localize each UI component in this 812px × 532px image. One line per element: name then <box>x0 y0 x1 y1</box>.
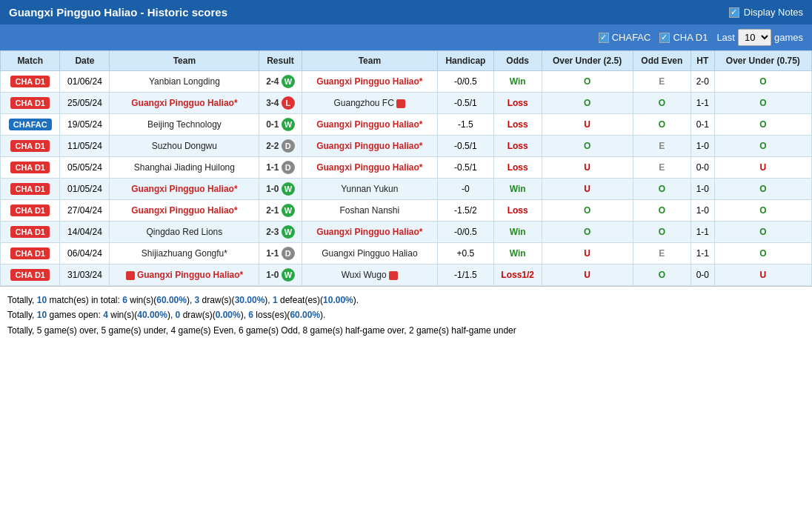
table-row: CHA D1 27/04/24 Guangxi Pingguo Haliao* … <box>1 200 812 222</box>
games-label: games <box>774 32 803 43</box>
chad1-checkbox <box>659 33 670 43</box>
cell-score: 2-3 W <box>259 222 302 243</box>
col-ou25: Over Under (2.5) <box>542 51 633 71</box>
cell-team2: Guangxi Pingguo Haliao <box>302 243 437 265</box>
col-date: Date <box>60 51 110 71</box>
cell-ou075: O <box>714 136 811 157</box>
cell-badge: CHA D1 <box>1 243 60 265</box>
wl-indicator: W <box>282 75 295 88</box>
cell-ou25: U <box>542 157 633 179</box>
cell-ou075: O <box>714 114 811 136</box>
cell-team2: Guangxi Pingguo Haliao* <box>302 71 437 93</box>
cell-score: 2-1 W <box>259 200 302 222</box>
cell-ht: 1-0 <box>690 179 714 200</box>
match-badge: CHA D1 <box>10 76 50 87</box>
cell-ou075: O <box>714 243 811 265</box>
col-oe: Odd Even <box>633 51 690 71</box>
cell-score: 1-0 W <box>259 265 302 286</box>
cell-odds: Loss <box>493 200 542 222</box>
chad1-filter[interactable]: CHA D1 <box>659 32 708 43</box>
cell-ou25: O <box>542 200 633 222</box>
table-row: CHA D1 14/04/24 Qingdao Red Lions 2-3 W … <box>1 222 812 243</box>
cell-date: 19/05/24 <box>60 114 110 136</box>
cell-ou075: O <box>714 93 811 114</box>
cell-ou25: U <box>542 114 633 136</box>
cell-team2: Foshan Nanshi <box>302 200 437 222</box>
match-badge: CHA D1 <box>10 97 50 109</box>
cell-badge: CHA D1 <box>1 222 60 243</box>
cell-team1: Guangxi Pingguo Haliao* <box>110 200 259 222</box>
cell-date: 06/04/24 <box>60 243 110 265</box>
cell-handicap: -1.5/2 <box>438 200 494 222</box>
cell-handicap: +0.5 <box>438 243 494 265</box>
scores-table: Match Date Team Result Team Handicap Odd… <box>0 50 812 286</box>
cell-oe: O <box>633 265 690 286</box>
wl-indicator: D <box>282 247 295 260</box>
table-row: CHA D1 11/05/24 Suzhou Dongwu 2-2 D Guan… <box>1 136 812 157</box>
match-badge: CHA D1 <box>10 226 50 238</box>
cell-ou25: U <box>542 265 633 286</box>
cell-odds: Win <box>493 222 542 243</box>
last-games-select[interactable]: 10 5 15 20 <box>738 29 771 46</box>
wl-indicator: W <box>282 204 295 217</box>
cell-score: 1-1 D <box>259 157 302 179</box>
match-badge: CHA D1 <box>10 247 50 259</box>
col-handicap: Handicap <box>438 51 494 71</box>
cell-oe: E <box>633 71 690 93</box>
last-games-filter: Last 10 5 15 20 games <box>716 29 803 46</box>
cell-oe: O <box>633 93 690 114</box>
table-row: CHA D1 06/04/24 Shijiazhuang Gongfu* 1-1… <box>1 243 812 265</box>
cell-badge: CHA D1 <box>1 136 60 157</box>
cell-team2: Guangxi Pingguo Haliao* <box>302 114 437 136</box>
cell-team2: Guangxi Pingguo Haliao* <box>302 157 437 179</box>
cell-handicap: -0/0.5 <box>438 222 494 243</box>
cell-ht: 0-1 <box>690 114 714 136</box>
wl-indicator: L <box>282 96 295 110</box>
cell-ou25: O <box>542 93 633 114</box>
cell-score: 1-0 W <box>259 179 302 200</box>
chafac-filter[interactable]: CHAFAC <box>599 32 651 43</box>
cell-oe: O <box>633 200 690 222</box>
table-container: Match Date Team Result Team Handicap Odd… <box>0 50 812 286</box>
cell-badge: CHA D1 <box>1 157 60 179</box>
match-badge: CHA D1 <box>10 269 50 281</box>
cell-ht: 0-0 <box>690 265 714 286</box>
match-badge: CHAFAC <box>9 119 52 130</box>
cell-ou075: U <box>714 157 811 179</box>
col-result: Result <box>259 51 302 71</box>
cell-date: 14/04/24 <box>60 222 110 243</box>
cell-oe: E <box>633 243 690 265</box>
table-row: CHA D1 01/05/24 Guangxi Pingguo Haliao* … <box>1 179 812 200</box>
cell-date: 01/05/24 <box>60 179 110 200</box>
match-badge: CHA D1 <box>10 205 50 216</box>
cell-handicap: -0.5/1 <box>438 136 494 157</box>
cell-handicap: -0 <box>438 179 494 200</box>
table-row: CHA D1 25/05/24 Guangxi Pingguo Haliao* … <box>1 93 812 114</box>
cell-ou25: O <box>542 222 633 243</box>
cell-ou075: U <box>714 265 811 286</box>
cell-score: 0-1 W <box>259 114 302 136</box>
cell-team2: Guangxi Pingguo Haliao* <box>302 222 437 243</box>
col-ou075: Over Under (0.75) <box>714 51 811 71</box>
chad1-label: CHA D1 <box>673 32 708 43</box>
cell-odds: Loss <box>493 157 542 179</box>
table-row: CHA D1 05/05/24 Shanghai Jiading Huilong… <box>1 157 812 179</box>
cell-badge: CHA D1 <box>1 200 60 222</box>
cell-ou075: O <box>714 222 811 243</box>
display-notes-label: Display Notes <box>744 7 803 18</box>
wl-indicator: W <box>282 118 295 131</box>
cell-badge: CHAFAC <box>1 114 60 136</box>
cell-score: 3-4 L <box>259 93 302 114</box>
wl-indicator: D <box>282 161 295 174</box>
cell-date: 11/05/24 <box>60 136 110 157</box>
cell-ou25: O <box>542 71 633 93</box>
cell-ht: 1-1 <box>690 222 714 243</box>
cell-date: 01/06/24 <box>60 71 110 93</box>
chafac-label: CHAFAC <box>612 32 651 43</box>
footer-line3: Totally, 5 game(s) over, 5 game(s) under… <box>7 323 805 338</box>
cell-date: 31/03/24 <box>60 265 110 286</box>
header-right: Display Notes <box>729 7 803 18</box>
wl-indicator: D <box>282 139 295 153</box>
cell-team2: Yunnan Yukun <box>302 179 437 200</box>
cell-team1: Beijing Technology <box>110 114 259 136</box>
